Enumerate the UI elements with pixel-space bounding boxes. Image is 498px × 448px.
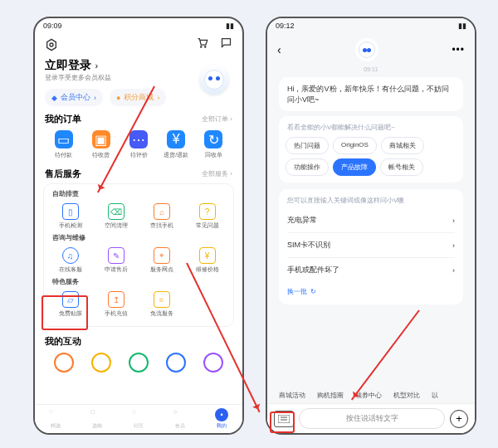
chevron-right-icon: › [95, 61, 98, 71]
person-icon: • [215, 408, 228, 421]
aftersale-title: 售后服务 [45, 168, 81, 180]
plus-button[interactable]: + [450, 410, 468, 428]
status-icons: ▮▮ [458, 22, 466, 30]
sug-more[interactable]: 以 [432, 391, 438, 400]
svg-point-2 [200, 46, 201, 47]
tab-mine[interactable]: •我的 [201, 405, 242, 433]
heart-icon: ♡ [49, 408, 62, 421]
qa-item-charge[interactable]: 充电异常› [279, 208, 463, 232]
refund-icon: ¥ [167, 130, 185, 149]
order-pending-pay[interactable]: ▭待付款 [45, 130, 82, 159]
inter-2[interactable] [82, 353, 120, 373]
form-icon: ✎ [108, 247, 124, 264]
chat-icon[interactable] [220, 37, 232, 49]
comment-icon: ⋯ [129, 130, 148, 149]
svc-topup[interactable]: ↥手机充值 [93, 288, 139, 321]
svc-faq[interactable]: ?常见问题 [184, 200, 230, 233]
data-icon: ≈ [154, 291, 170, 308]
chevron-right-icon: › [452, 241, 455, 250]
order-pending-review[interactable]: ⋯待评价 [120, 130, 157, 159]
tab-community[interactable]: ◌社区 [118, 405, 159, 433]
order-recycle[interactable]: ↻回收单 [195, 130, 232, 159]
input-bar: 按住说话转文字 + [267, 403, 475, 433]
coin-icon: ● [116, 94, 120, 102]
refresh-button[interactable]: 换一批↻ [279, 282, 463, 301]
diamond-icon: ◆ [51, 94, 57, 102]
topup-icon: ↥ [108, 291, 124, 308]
chevron-right-icon: › [94, 94, 96, 102]
inter-5[interactable] [195, 353, 232, 373]
chip-origin[interactable]: OriginOS [333, 137, 377, 154]
pill-member[interactable]: ◆ 会员中心 › [45, 89, 103, 106]
avatar[interactable] [199, 65, 229, 95]
svc-phone-check[interactable]: ▯手机检测 [47, 200, 93, 233]
chat-timestamp: 09:11 [267, 66, 475, 72]
sug-compare[interactable]: 机型对比 [393, 391, 420, 400]
special-title: 特色服务 [47, 277, 230, 288]
tab-featured[interactable]: ♡精选 [35, 405, 76, 433]
svc-online-cs[interactable]: ♫在线客服 [47, 244, 93, 277]
svc-data[interactable]: ≈免流服务 [139, 288, 184, 321]
wallet-icon: ▭ [55, 130, 73, 149]
sug-mall[interactable]: 商城活动 [279, 391, 305, 400]
ring-icon [166, 353, 186, 373]
search-icon: ⌕ [154, 203, 170, 220]
pill-points[interactable]: ● 积分商城 › [110, 89, 166, 106]
more-icon[interactable]: ••• [452, 44, 465, 56]
chip-product-fault[interactable]: 产品故障 [333, 158, 376, 176]
login-title: 立即登录 [45, 58, 91, 71]
status-bar: 09:09 ▮▮ [35, 18, 242, 33]
chip-hot[interactable]: 热门问题 [286, 137, 329, 154]
orders-more[interactable]: 全部订单 › [202, 114, 232, 124]
tab-member[interactable]: ◇会员 [159, 405, 201, 433]
svc-location[interactable]: ⌖服务网点 [139, 244, 184, 277]
aftersale-more[interactable]: 全部服务 › [202, 169, 232, 178]
status-time: 09:09 [43, 22, 62, 30]
inter-4[interactable] [158, 353, 195, 373]
phone-left: 09:09 ▮▮ 立即登录 › 登录享受更多会员权益 [33, 17, 244, 435]
ring-icon [54, 353, 74, 373]
globe-icon: ◌ [132, 408, 145, 421]
qa-title: 您可以直接输入关键词或像这样问小V噢 [279, 192, 463, 208]
qa-item-sim[interactable]: SIM卡不识别› [279, 233, 463, 257]
price-icon: ¥ [199, 247, 216, 264]
settings-hex-icon[interactable] [45, 38, 58, 51]
headset-icon: ♫ [62, 247, 79, 264]
tab-shop[interactable]: ▢选购 [76, 405, 118, 433]
status-icons: ▮▮ [226, 22, 234, 30]
phone-icon: ▯ [62, 203, 79, 220]
consult-title: 咨询与维修 [47, 233, 230, 244]
category-card: 看看全能的小V都能解决什么问题吧~ 热门问题 OriginOS 商城相关 功能操… [279, 116, 463, 183]
question-icon: ? [199, 203, 216, 220]
suggestion-bar: 商城活动 购机指南 领券中心 机型对比 以 [267, 387, 475, 403]
inter-3[interactable] [120, 353, 157, 373]
bot-icon [204, 70, 224, 90]
svc-find[interactable]: ⌕查找手机 [139, 200, 184, 233]
ring-icon [129, 353, 149, 373]
qa-card: 您可以直接输入关键词或像这样问小V噢 充电异常› SIM卡不识别› 手机或配件坏… [279, 189, 463, 304]
svc-apply[interactable]: ✎申请售后 [93, 244, 139, 277]
sug-guide[interactable]: 购机指南 [317, 391, 344, 400]
back-icon[interactable]: ‹ [277, 43, 281, 56]
order-pending-receive[interactable]: ▣待收货 [82, 130, 120, 159]
tab-bar: ♡精选 ▢选购 ◌社区 ◇会员 •我的 [35, 404, 242, 433]
order-refund[interactable]: ¥退货/退款 [158, 130, 195, 159]
box-icon: ▣ [92, 130, 110, 149]
inter-1[interactable] [45, 353, 82, 373]
chip-account[interactable]: 帐号相关 [380, 158, 423, 176]
qa-item-broken[interactable]: 手机或配件坏了› [279, 258, 463, 282]
svc-clean[interactable]: ⌫空间清理 [93, 200, 139, 233]
chip-func[interactable]: 功能操作 [286, 158, 329, 176]
voice-input[interactable]: 按住说话转文字 [299, 408, 445, 429]
chevron-right-icon: › [452, 217, 455, 225]
cart-icon[interactable] [196, 37, 208, 49]
svg-point-3 [204, 46, 205, 47]
greeting-bubble: Hi，亲爱的V粉，新年快乐！有什么问题，不妨问问小V吧~ [279, 77, 463, 111]
annotation-box-onlinecs [42, 295, 88, 330]
chip-mall[interactable]: 商城相关 [381, 137, 424, 154]
diamond-icon: ◇ [173, 408, 187, 421]
bot-icon [359, 41, 375, 58]
pin-icon: ⌖ [154, 247, 170, 264]
selfcheck-title: 自助排查 [47, 189, 230, 200]
broom-icon: ⌫ [108, 203, 124, 220]
